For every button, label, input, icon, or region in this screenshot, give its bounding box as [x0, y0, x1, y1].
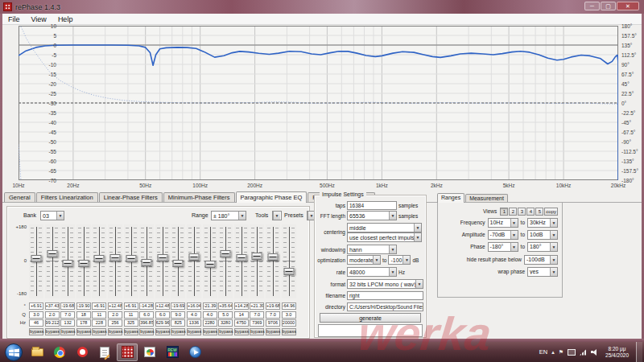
taskbar-opera[interactable]	[72, 343, 93, 361]
slider-handle[interactable]	[252, 253, 262, 260]
eq-degree-value-5[interactable]: +6.91	[92, 302, 106, 310]
eq-frequency-value-6[interactable]: 256	[108, 319, 122, 327]
eq-q-value-10[interactable]: 9.0	[171, 311, 185, 319]
eq-frequency-value-9[interactable]: 629.96	[155, 319, 170, 327]
frequency-to-select[interactable]: 30kHz ▼	[527, 218, 558, 228]
eq-slider-band-14[interactable]	[234, 224, 249, 298]
eq-degree-value-16[interactable]: +19.68	[266, 302, 280, 310]
eq-frequency-value-16[interactable]: 9706	[266, 319, 280, 327]
menu-item-help[interactable]: Help	[52, 15, 79, 23]
eq-degree-value-6[interactable]: +12.48	[108, 302, 122, 310]
eq-degree-value-15[interactable]: +21.39	[250, 302, 264, 310]
eq-q-value-12[interactable]: 4.0	[203, 311, 217, 319]
eq-degree-value-14[interactable]: +14.28	[234, 302, 249, 310]
eq-frequency-value-3[interactable]: 132	[60, 319, 75, 327]
eq-q-value-5[interactable]: 11	[92, 311, 106, 319]
taskbar-notepad[interactable]	[94, 343, 115, 361]
generate-button[interactable]: generate	[320, 313, 421, 323]
taskbar-rew[interactable]: REW	[162, 343, 183, 361]
eq-slider-band-5[interactable]	[92, 224, 106, 298]
view-button-4[interactable]: 4	[526, 208, 535, 216]
eq-q-value-17[interactable]: 3.0	[282, 311, 296, 319]
eq-q-value-9[interactable]: 6.0	[155, 311, 170, 319]
eq-q-value-6[interactable]: 2.0	[108, 311, 122, 319]
eq-degree-value-11[interactable]: +16.04	[187, 302, 201, 310]
eq-degree-value-9[interactable]: +12.48	[155, 302, 170, 310]
view-button-copy[interactable]: copy	[544, 208, 558, 216]
menu-item-file[interactable]: File	[2, 15, 26, 23]
eq-slider-band-10[interactable]	[171, 224, 185, 298]
phase-to-select[interactable]: 180° ▼	[527, 242, 558, 252]
eq-frequency-value-12[interactable]: 2280	[203, 319, 217, 327]
eq-frequency-value-17[interactable]: 20000	[282, 319, 296, 327]
eq-frequency-value-7[interactable]: 325	[124, 319, 138, 327]
eq-q-value-2[interactable]: 2.0	[45, 311, 60, 319]
slider-handle[interactable]	[142, 259, 152, 266]
amplitude-to-select[interactable]: 10dB ▼	[527, 230, 558, 240]
eq-degree-value-7[interactable]: +6.91	[124, 302, 138, 310]
minimize-button[interactable]: ─	[584, 2, 600, 10]
bank-select[interactable]: 03 ▼	[40, 211, 64, 220]
rate-select[interactable]: 48000 ▼	[347, 267, 397, 277]
range-select[interactable]: ± 180° ▼	[211, 211, 246, 220]
eq-degree-value-1[interactable]: +6.91	[29, 302, 43, 310]
slider-handle[interactable]	[204, 261, 215, 268]
bypass-button-15[interactable]: bypass	[250, 328, 264, 335]
eq-frequency-value-14[interactable]: 4750	[234, 319, 249, 327]
eq-slider-band-12[interactable]	[203, 224, 217, 298]
phase-from-select[interactable]: -180° ▼	[488, 242, 518, 252]
bypass-button-7[interactable]: bypass	[124, 328, 138, 335]
menu-item-view[interactable]: View	[26, 15, 52, 23]
slider-handle[interactable]	[31, 255, 42, 262]
eq-slider-band-3[interactable]	[60, 224, 75, 298]
bypass-button-1[interactable]: bypass	[29, 328, 43, 335]
tab-filters-linearization[interactable]: Filters Linearization	[36, 192, 98, 202]
eq-degree-value-10[interactable]: -19.69	[171, 302, 185, 310]
eq-frequency-value-10[interactable]: 825	[171, 319, 185, 327]
slider-handle[interactable]	[267, 253, 278, 261]
eq-frequency-value-4[interactable]: 178	[76, 319, 91, 327]
eq-frequency-value-11[interactable]: 1336	[187, 319, 201, 327]
bypass-button-2[interactable]: bypass	[45, 328, 60, 335]
amplitude-from-select[interactable]: -70dB ▼	[488, 230, 518, 240]
bypass-button-4[interactable]: bypass	[76, 328, 91, 335]
eq-degree-value-4[interactable]: -19.90	[76, 302, 91, 310]
eq-slider-band-9[interactable]	[155, 224, 170, 298]
eq-slider-band-13[interactable]	[218, 224, 233, 298]
eq-slider-band-1[interactable]	[29, 224, 43, 298]
bypass-button-13[interactable]: bypass	[218, 328, 233, 335]
eq-frequency-value-8[interactable]: 396.85	[139, 319, 154, 327]
bypass-button-10[interactable]: bypass	[171, 328, 185, 335]
eq-slider-band-17[interactable]	[282, 224, 296, 298]
slider-handle[interactable]	[63, 260, 73, 267]
eq-degree-value-8[interactable]: -14.28	[139, 302, 154, 310]
directory-input[interactable]: C:/Users/H/Desktop/Sound Files	[347, 302, 423, 311]
eq-frequency-value-5[interactable]: 228	[92, 319, 106, 327]
eq-frequency-value-13[interactable]: 3280	[218, 319, 233, 327]
eq-q-value-4[interactable]: 18	[76, 311, 91, 319]
network-icon[interactable]	[580, 349, 587, 356]
eq-frequency-value-1[interactable]: 46	[29, 319, 43, 327]
slider-handle[interactable]	[173, 260, 184, 267]
eq-degree-value-13[interactable]: +35.64	[218, 302, 233, 310]
bypass-button-17[interactable]: bypass	[282, 328, 296, 335]
eq-slider-band-15[interactable]	[250, 224, 264, 298]
bypass-button-11[interactable]: bypass	[187, 328, 201, 335]
eq-degree-value-17[interactable]: -64.96	[282, 302, 296, 310]
bypass-button-3[interactable]: bypass	[60, 328, 75, 335]
taskbar-rephase[interactable]	[117, 343, 138, 361]
centering-mode-select[interactable]: use closest perfect impulse ▼	[347, 232, 422, 242]
slider-handle[interactable]	[157, 254, 167, 261]
eq-q-value-14[interactable]: 14	[234, 311, 249, 319]
slider-handle[interactable]	[94, 255, 105, 262]
display-icon[interactable]	[568, 349, 576, 356]
eq-slider-band-4[interactable]	[76, 224, 91, 298]
clock[interactable]: 8:20 μμ 25/4/2020	[602, 346, 632, 359]
eq-slider-band-8[interactable]	[139, 224, 154, 298]
eq-degree-value-2[interactable]: +37.43	[45, 302, 60, 310]
ranges-tab-ranges[interactable]: Ranges	[437, 193, 464, 203]
eq-q-value-3[interactable]: 7.0	[60, 311, 75, 319]
tab-linear-phase-filters[interactable]: Linear-Phase Filters	[99, 192, 163, 202]
maximize-button[interactable]: ▢	[601, 2, 616, 10]
tab-paragraphic-phase-eq[interactable]: Paragraphic Phase EQ	[236, 191, 308, 203]
